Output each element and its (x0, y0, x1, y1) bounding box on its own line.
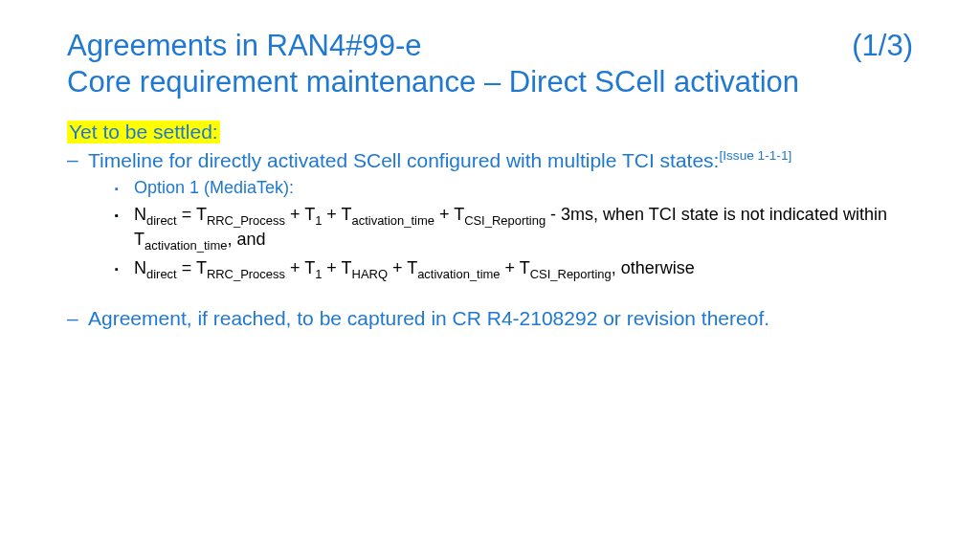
bullet-list-level2: Option 1 (MediaTek): Ndirect = TRRC_Proc… (88, 177, 913, 283)
bullet-option1: Option 1 (MediaTek): (88, 177, 913, 199)
title-row: Agreements in RAN4#99-e (1/3) (67, 29, 913, 63)
bullet-list-level1: Timeline for directly activated SCell co… (67, 147, 913, 283)
page-number: (1/3) (852, 29, 913, 63)
title-main: Agreements in RAN4#99-e (67, 29, 421, 63)
bullet-list-level3: Ndirect = TRRC_Process + T1 + Tactivatio… (88, 204, 913, 283)
formula-1: Ndirect = TRRC_Process + T1 + Tactivatio… (88, 204, 913, 254)
bullet-timeline: Timeline for directly activated SCell co… (67, 147, 913, 283)
highlight-label: Yet to be settled: (67, 121, 220, 143)
issue-ref: [Issue 1-1-1] (719, 148, 791, 163)
subtitle: Core requirement maintenance – Direct SC… (67, 65, 913, 99)
formula-2: Ndirect = TRRC_Process + T1 + THARQ + Ta… (88, 257, 913, 282)
bullet-agreement: Agreement, if reached, to be captured in… (67, 306, 913, 331)
bullet-timeline-text: Timeline for directly activated SCell co… (88, 149, 719, 171)
bullet-list-agreement: Agreement, if reached, to be captured in… (67, 306, 913, 331)
